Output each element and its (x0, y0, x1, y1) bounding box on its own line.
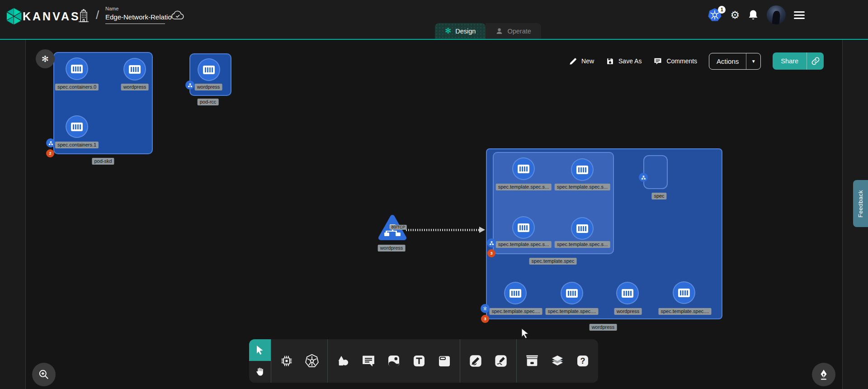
save-as-button[interactable]: Save As (606, 57, 642, 66)
relationship-badge[interactable] (46, 138, 55, 147)
node-container[interactable] (673, 281, 695, 304)
share-split-button[interactable]: Share (773, 52, 824, 70)
container-icon (576, 224, 588, 233)
node-label: spec.containers.1 (55, 142, 99, 148)
freehand-pencil-icon (494, 354, 508, 368)
kanvas-app: KANVAS / Name Edge-Network-Relatio (0, 0, 868, 389)
node-container[interactable] (561, 282, 583, 304)
kubernetes-icon (304, 353, 320, 369)
kubernetes-badge[interactable] (481, 304, 490, 313)
node-container[interactable] (512, 157, 535, 180)
operate-tab-icon (495, 27, 503, 35)
node-container[interactable] (198, 58, 220, 81)
comments-button[interactable]: Comments (653, 57, 697, 66)
text-tool-button[interactable] (406, 339, 432, 383)
node-label: wordpress (614, 308, 642, 315)
kubernetes-context-icon[interactable]: 1 (708, 8, 722, 22)
canvas-top-accent (0, 39, 868, 40)
name-label: Name (105, 6, 165, 11)
infrastructure-tool-button[interactable] (274, 339, 299, 383)
container-icon (518, 165, 529, 173)
sticker-tool-button[interactable] (381, 339, 406, 383)
help-tool-button[interactable]: ? (570, 339, 595, 383)
relationship-badge[interactable] (639, 173, 648, 182)
node-container[interactable] (512, 216, 535, 239)
node-label: wordpress (195, 84, 222, 90)
actions-dropdown-caret[interactable]: ▼ (746, 53, 760, 69)
node-spec[interactable] (643, 155, 668, 189)
shapes-icon (336, 354, 350, 368)
hand-icon (255, 366, 265, 377)
node-label: spec.template.spec.s... (496, 184, 552, 190)
node-container[interactable] (66, 57, 88, 80)
node-container[interactable] (504, 282, 527, 304)
note-tool-button[interactable] (432, 339, 457, 383)
node-container[interactable] (616, 282, 639, 304)
kubernetes-tool-button[interactable] (299, 339, 325, 383)
kanvas-logo-icon[interactable] (6, 7, 22, 25)
annotation-tools-section (328, 339, 460, 383)
settings-gear-icon[interactable]: ⚙ (730, 10, 740, 20)
design-name-block: Name Edge-Network-Relatio (105, 6, 165, 24)
new-button[interactable]: New (569, 57, 594, 66)
container-icon (203, 66, 215, 74)
actions-button-label[interactable]: Actions (709, 53, 746, 69)
freehand-tool-button[interactable] (488, 339, 514, 383)
pen-tool-icon (468, 354, 483, 368)
menu-hamburger-icon[interactable] (794, 11, 805, 19)
edge-service-to-deployment[interactable] (406, 229, 481, 231)
design-actions-row: New Save As Comments Actions ▼ Share (569, 52, 824, 70)
drawer-tool-button[interactable] (519, 339, 545, 383)
drawer-icon (524, 353, 540, 369)
design-name-input[interactable]: Edge-Network-Relatio (105, 13, 165, 24)
pen-tool-button[interactable] (463, 339, 488, 383)
error-count-badge[interactable]: 3 (487, 249, 495, 257)
node-container[interactable] (571, 158, 594, 181)
comment-icon (653, 57, 662, 66)
pen-nib-icon (818, 369, 830, 380)
node-label: spec.template.spec.s... (555, 241, 610, 248)
brand-wordmark: KANVAS (23, 10, 80, 23)
relationship-badge[interactable] (185, 81, 194, 90)
canvas-toolbar: ? (249, 339, 598, 383)
feedback-tab[interactable]: Feedback (853, 180, 868, 227)
actions-split-button[interactable]: Actions ▼ (709, 53, 761, 70)
collapsed-node-icon[interactable]: ✻ (36, 49, 55, 68)
comment-tool-button[interactable] (356, 339, 381, 383)
relationship-badge[interactable] (487, 238, 496, 247)
group-spec-template-spec[interactable] (493, 152, 614, 254)
breadcrumb-separator: / (96, 8, 99, 22)
select-tool-button[interactable] (249, 339, 271, 361)
zoom-button[interactable] (32, 363, 56, 386)
copy-link-button[interactable] (807, 52, 824, 70)
tab-design[interactable]: ✻ Design (435, 23, 486, 39)
pan-tool-button[interactable] (249, 361, 271, 383)
organization-icon[interactable] (78, 9, 90, 23)
node-container[interactable] (66, 115, 88, 138)
node-container[interactable] (123, 58, 146, 81)
node-label: wordpress (121, 84, 149, 90)
header: KANVAS / Name Edge-Network-Relatio (0, 0, 868, 39)
left-rail (0, 39, 26, 389)
tab-operate[interactable]: Operate (486, 23, 541, 39)
node-label: spec.template.spec.... (546, 308, 599, 315)
mouse-cursor (520, 327, 531, 340)
error-count-badge[interactable]: 2 (46, 149, 54, 157)
network-icon (48, 141, 53, 146)
shapes-tool-button[interactable] (330, 339, 356, 383)
notifications-bell-icon[interactable] (748, 9, 759, 21)
whiteboard-pen-button[interactable] (812, 363, 835, 386)
group-label: wordpress (590, 324, 617, 331)
utility-tools-section: ? (517, 339, 598, 383)
layers-tool-button[interactable] (545, 339, 570, 383)
pointer-tool-column (249, 339, 271, 383)
container-icon (678, 289, 690, 297)
error-count-badge[interactable]: 3 (481, 315, 489, 323)
cloud-saved-icon (171, 10, 184, 21)
node-container[interactable] (571, 217, 594, 240)
question-icon: ? (576, 354, 590, 368)
container-icon (71, 65, 83, 73)
layers-icon (550, 353, 565, 369)
user-avatar[interactable] (767, 5, 786, 24)
share-button-label[interactable]: Share (773, 52, 807, 70)
